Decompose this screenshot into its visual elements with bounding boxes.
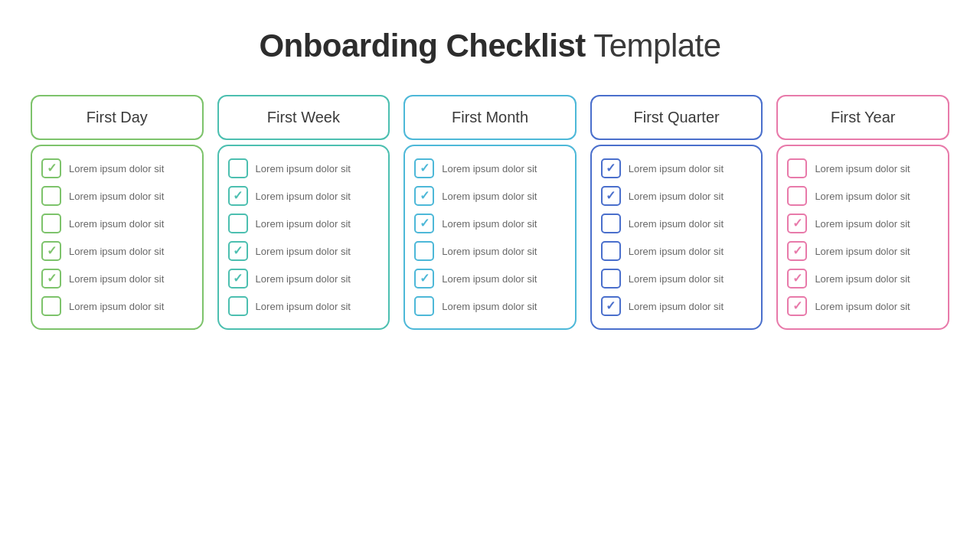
body-first-month: ✓Lorem ipsum dolor sit✓Lorem ipsum dolor… bbox=[403, 145, 577, 330]
list-item[interactable]: ✓Lorem ipsum dolor sit bbox=[41, 214, 193, 233]
checkbox[interactable]: ✓ bbox=[414, 241, 434, 261]
column-first-month: First Month✓Lorem ipsum dolor sit✓Lorem … bbox=[403, 95, 577, 330]
list-item[interactable]: ✓Lorem ipsum dolor sit bbox=[601, 296, 753, 316]
list-item[interactable]: ✓Lorem ipsum dolor sit bbox=[414, 186, 566, 206]
list-item[interactable]: ✓Lorem ipsum dolor sit bbox=[228, 269, 380, 289]
item-text: Lorem ipsum dolor sit bbox=[69, 246, 164, 257]
list-item[interactable]: ✓Lorem ipsum dolor sit bbox=[787, 214, 939, 233]
list-item[interactable]: ✓Lorem ipsum dolor sit bbox=[601, 186, 753, 206]
item-text: Lorem ipsum dolor sit bbox=[69, 273, 164, 285]
checkmark-icon: ✓ bbox=[47, 272, 57, 285]
column-first-day: First Day✓Lorem ipsum dolor sit✓Lorem ip… bbox=[31, 95, 204, 330]
list-item[interactable]: ✓Lorem ipsum dolor sit bbox=[414, 214, 566, 233]
header-first-week: First Week bbox=[217, 95, 390, 140]
item-text: Lorem ipsum dolor sit bbox=[442, 163, 537, 174]
item-text: Lorem ipsum dolor sit bbox=[256, 218, 351, 230]
checkbox[interactable]: ✓ bbox=[41, 296, 61, 316]
page-title: Onboarding Checklist Template bbox=[259, 28, 720, 64]
body-first-day: ✓Lorem ipsum dolor sit✓Lorem ipsum dolor… bbox=[31, 145, 204, 330]
checkmark-icon: ✓ bbox=[420, 162, 430, 174]
checkbox[interactable]: ✓ bbox=[414, 158, 434, 178]
item-text: Lorem ipsum dolor sit bbox=[442, 273, 537, 285]
checkbox[interactable]: ✓ bbox=[787, 214, 807, 233]
title-bold: Onboarding Checklist bbox=[259, 28, 585, 64]
checkmark-icon: ✓ bbox=[233, 272, 243, 285]
item-text: Lorem ipsum dolor sit bbox=[69, 163, 164, 174]
list-item[interactable]: ✓Lorem ipsum dolor sit bbox=[601, 241, 753, 261]
checkbox[interactable]: ✓ bbox=[787, 296, 807, 316]
item-text: Lorem ipsum dolor sit bbox=[69, 301, 164, 312]
checkbox[interactable]: ✓ bbox=[414, 214, 434, 233]
list-item[interactable]: ✓Lorem ipsum dolor sit bbox=[414, 158, 566, 178]
checkbox[interactable]: ✓ bbox=[787, 269, 807, 289]
list-item[interactable]: ✓Lorem ipsum dolor sit bbox=[787, 269, 939, 289]
item-text: Lorem ipsum dolor sit bbox=[69, 218, 164, 230]
checkbox[interactable]: ✓ bbox=[787, 158, 807, 178]
list-item[interactable]: ✓Lorem ipsum dolor sit bbox=[414, 241, 566, 261]
checkbox[interactable]: ✓ bbox=[41, 214, 61, 233]
item-text: Lorem ipsum dolor sit bbox=[815, 273, 910, 285]
checkbox[interactable]: ✓ bbox=[228, 214, 248, 233]
checkmark-icon: ✓ bbox=[420, 217, 430, 230]
checkbox[interactable]: ✓ bbox=[414, 186, 434, 206]
header-first-quarter: First Quarter bbox=[590, 95, 763, 140]
checkbox[interactable]: ✓ bbox=[787, 241, 807, 261]
list-item[interactable]: ✓Lorem ipsum dolor sit bbox=[41, 269, 193, 289]
checkbox[interactable]: ✓ bbox=[41, 269, 61, 289]
checkbox[interactable]: ✓ bbox=[41, 186, 61, 206]
item-text: Lorem ipsum dolor sit bbox=[815, 163, 910, 174]
checkbox[interactable]: ✓ bbox=[228, 186, 248, 206]
checkbox[interactable]: ✓ bbox=[228, 296, 248, 316]
checkbox[interactable]: ✓ bbox=[601, 158, 621, 178]
header-first-year: First Year bbox=[776, 95, 949, 140]
list-item[interactable]: ✓Lorem ipsum dolor sit bbox=[228, 214, 380, 233]
checkbox[interactable]: ✓ bbox=[601, 269, 621, 289]
list-item[interactable]: ✓Lorem ipsum dolor sit bbox=[228, 158, 380, 178]
checkbox[interactable]: ✓ bbox=[601, 186, 621, 206]
checkbox[interactable]: ✓ bbox=[414, 269, 434, 289]
item-text: Lorem ipsum dolor sit bbox=[256, 273, 351, 285]
list-item[interactable]: ✓Lorem ipsum dolor sit bbox=[601, 214, 753, 233]
list-item[interactable]: ✓Lorem ipsum dolor sit bbox=[787, 241, 939, 261]
list-item[interactable]: ✓Lorem ipsum dolor sit bbox=[41, 158, 193, 178]
list-item[interactable]: ✓Lorem ipsum dolor sit bbox=[601, 269, 753, 289]
body-first-week: ✓Lorem ipsum dolor sit✓Lorem ipsum dolor… bbox=[217, 145, 390, 330]
list-item[interactable]: ✓Lorem ipsum dolor sit bbox=[41, 186, 193, 206]
list-item[interactable]: ✓Lorem ipsum dolor sit bbox=[787, 158, 939, 178]
checkmark-icon: ✓ bbox=[792, 217, 802, 230]
item-text: Lorem ipsum dolor sit bbox=[629, 218, 724, 230]
list-item[interactable]: ✓Lorem ipsum dolor sit bbox=[41, 296, 193, 316]
checkbox[interactable]: ✓ bbox=[228, 241, 248, 261]
checkbox[interactable]: ✓ bbox=[601, 214, 621, 233]
list-item[interactable]: ✓Lorem ipsum dolor sit bbox=[228, 241, 380, 261]
checkbox[interactable]: ✓ bbox=[41, 241, 61, 261]
item-text: Lorem ipsum dolor sit bbox=[69, 191, 164, 202]
list-item[interactable]: ✓Lorem ipsum dolor sit bbox=[414, 296, 566, 316]
checkbox[interactable]: ✓ bbox=[601, 296, 621, 316]
item-text: Lorem ipsum dolor sit bbox=[815, 301, 910, 312]
checkbox[interactable]: ✓ bbox=[228, 158, 248, 178]
list-item[interactable]: ✓Lorem ipsum dolor sit bbox=[41, 241, 193, 261]
checkmark-icon: ✓ bbox=[606, 162, 616, 174]
body-first-year: ✓Lorem ipsum dolor sit✓Lorem ipsum dolor… bbox=[776, 145, 949, 330]
item-text: Lorem ipsum dolor sit bbox=[256, 191, 351, 202]
list-item[interactable]: ✓Lorem ipsum dolor sit bbox=[787, 186, 939, 206]
list-item[interactable]: ✓Lorem ipsum dolor sit bbox=[787, 296, 939, 316]
list-item[interactable]: ✓Lorem ipsum dolor sit bbox=[601, 158, 753, 178]
item-text: Lorem ipsum dolor sit bbox=[629, 191, 724, 202]
checkbox[interactable]: ✓ bbox=[414, 296, 434, 316]
checkbox[interactable]: ✓ bbox=[601, 241, 621, 261]
checkbox[interactable]: ✓ bbox=[228, 269, 248, 289]
item-text: Lorem ipsum dolor sit bbox=[815, 218, 910, 230]
body-first-quarter: ✓Lorem ipsum dolor sit✓Lorem ipsum dolor… bbox=[590, 145, 763, 330]
list-item[interactable]: ✓Lorem ipsum dolor sit bbox=[414, 269, 566, 289]
checkmark-icon: ✓ bbox=[792, 300, 802, 312]
checkbox[interactable]: ✓ bbox=[41, 158, 61, 178]
item-text: Lorem ipsum dolor sit bbox=[629, 273, 724, 285]
item-text: Lorem ipsum dolor sit bbox=[442, 301, 537, 312]
list-item[interactable]: ✓Lorem ipsum dolor sit bbox=[228, 186, 380, 206]
list-item[interactable]: ✓Lorem ipsum dolor sit bbox=[228, 296, 380, 316]
checkmark-icon: ✓ bbox=[606, 190, 616, 202]
item-text: Lorem ipsum dolor sit bbox=[256, 246, 351, 257]
checkbox[interactable]: ✓ bbox=[787, 186, 807, 206]
